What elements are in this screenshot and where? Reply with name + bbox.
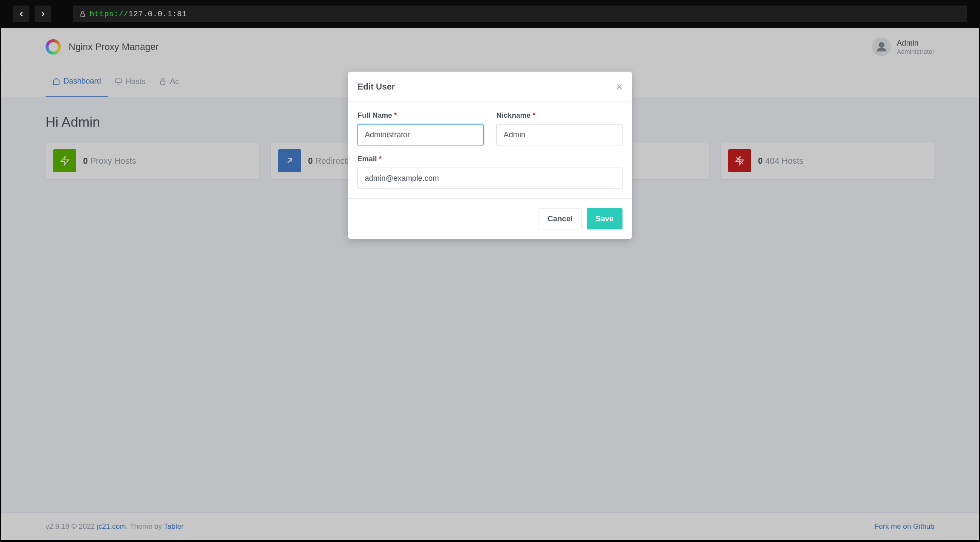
brand-logo-icon xyxy=(46,39,61,55)
close-icon: × xyxy=(616,80,623,93)
stat-text: 0 404 Hosts xyxy=(758,156,804,166)
app-viewport: Nginx Proxy Manager Admin Administrator … xyxy=(0,28,980,541)
redirect-icon xyxy=(278,149,301,172)
fullname-input[interactable] xyxy=(357,124,484,145)
stat-card-proxy[interactable]: 0 Proxy Hosts xyxy=(46,142,259,180)
brand-name: Nginx Proxy Manager xyxy=(69,41,159,52)
footer-link-jc21[interactable]: jc21.com xyxy=(97,522,126,530)
nav-hosts-label: Hosts xyxy=(126,77,145,86)
edit-user-modal: Edit User × Full Name * Nickname * Email… xyxy=(348,72,632,239)
user-menu[interactable]: Admin Administrator xyxy=(872,38,934,56)
brand[interactable]: Nginx Proxy Manager xyxy=(46,39,159,55)
svg-rect-0 xyxy=(81,14,84,17)
form-group-nickname: Nickname * xyxy=(496,111,623,145)
copyright: © 2022 xyxy=(72,522,95,530)
nav-dashboard-label: Dashboard xyxy=(63,77,101,86)
email-label: Email * xyxy=(357,155,623,163)
footer-link-tabler[interactable]: Tabler xyxy=(164,522,184,530)
lock-icon xyxy=(159,78,167,85)
footer-github-link[interactable]: Fork me on Github xyxy=(874,522,934,531)
svg-marker-5 xyxy=(61,157,69,165)
browser-forward-button[interactable] xyxy=(35,6,51,22)
app-header: Nginx Proxy Manager Admin Administrator xyxy=(1,28,979,66)
user-icon xyxy=(876,41,888,53)
form-group-fullname: Full Name * xyxy=(357,111,484,145)
modal-close-button[interactable]: × xyxy=(616,81,623,92)
modal-footer: Cancel Save xyxy=(348,198,632,239)
form-group-email: Email * xyxy=(357,155,623,189)
nickname-input[interactable] xyxy=(496,124,623,145)
app-footer: v2.9.19 © 2022 jc21.com. Theme by Tabler… xyxy=(1,513,979,540)
nav-access-label: Ac xyxy=(170,77,179,86)
url-bar[interactable]: https://127.0.0.1:81 xyxy=(73,6,967,22)
theme-text: . Theme by xyxy=(126,522,164,530)
user-role: Administrator xyxy=(897,48,934,55)
avatar xyxy=(872,38,891,56)
chevron-left-icon xyxy=(17,10,25,18)
nickname-label: Nickname * xyxy=(496,111,623,120)
chevron-right-icon xyxy=(39,10,47,18)
nav-hosts[interactable]: Hosts xyxy=(108,66,152,97)
version: v2.9.19 xyxy=(46,522,69,530)
lock-icon xyxy=(79,11,86,17)
save-button[interactable]: Save xyxy=(587,208,623,229)
user-name: Admin xyxy=(897,39,934,48)
home-icon xyxy=(52,78,60,85)
bolt-icon xyxy=(53,149,76,172)
browser-chrome: https://127.0.0.1:81 xyxy=(0,0,980,28)
fullname-label: Full Name * xyxy=(357,111,484,120)
error-icon xyxy=(728,149,751,172)
monitor-icon xyxy=(115,78,122,85)
modal-title: Edit User xyxy=(357,82,395,92)
nav-dashboard[interactable]: Dashboard xyxy=(46,66,108,97)
svg-point-1 xyxy=(879,42,884,47)
svg-rect-4 xyxy=(161,81,165,84)
nav-access[interactable]: Ac xyxy=(152,66,186,97)
modal-header: Edit User × xyxy=(348,72,632,102)
modal-body: Full Name * Nickname * Email * xyxy=(348,102,632,198)
stat-text: 0 Proxy Hosts xyxy=(83,156,136,166)
footer-left: v2.9.19 © 2022 jc21.com. Theme by Tabler xyxy=(46,522,184,531)
stat-card-404[interactable]: 0 404 Hosts xyxy=(721,142,934,180)
url-host: 127.0.0.1:81 xyxy=(128,9,187,19)
browser-back-button[interactable] xyxy=(13,6,29,22)
cancel-button[interactable]: Cancel xyxy=(539,208,582,229)
email-input[interactable] xyxy=(357,168,623,189)
url-protocol: https:// xyxy=(89,9,128,19)
svg-rect-2 xyxy=(115,79,121,83)
